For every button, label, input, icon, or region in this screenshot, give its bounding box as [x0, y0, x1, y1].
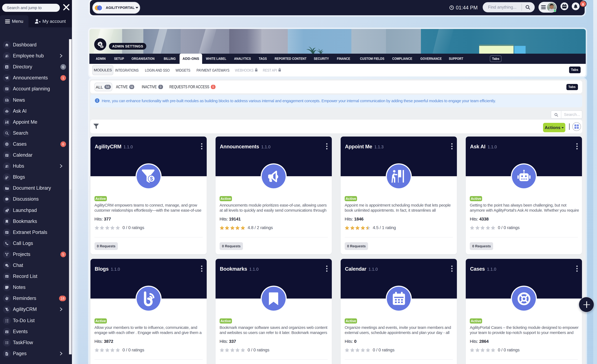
- svg-text:$: $: [7, 310, 8, 311]
- svg-text:$: $: [150, 176, 153, 182]
